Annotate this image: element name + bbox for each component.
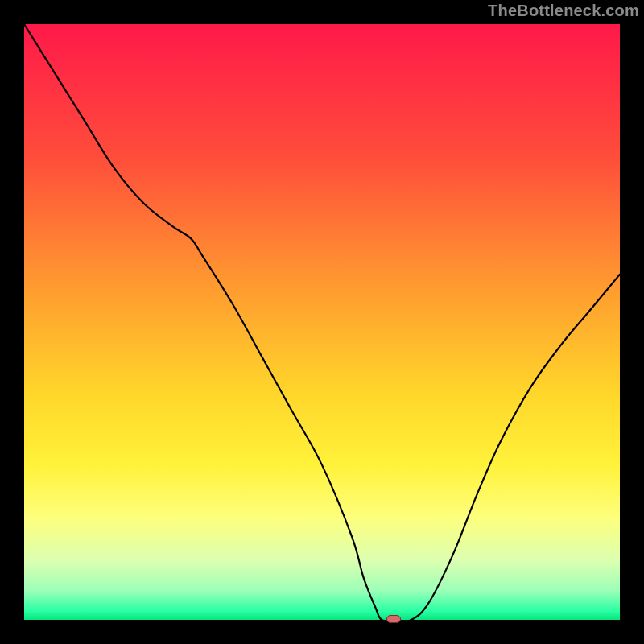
optimal-marker: [386, 615, 401, 623]
attribution-label: TheBottleneck.com: [488, 2, 639, 20]
plot-area: [24, 24, 620, 620]
chart-container: TheBottleneck.com: [0, 0, 644, 644]
gradient-background: [24, 24, 620, 620]
svg-rect-0: [24, 24, 620, 620]
